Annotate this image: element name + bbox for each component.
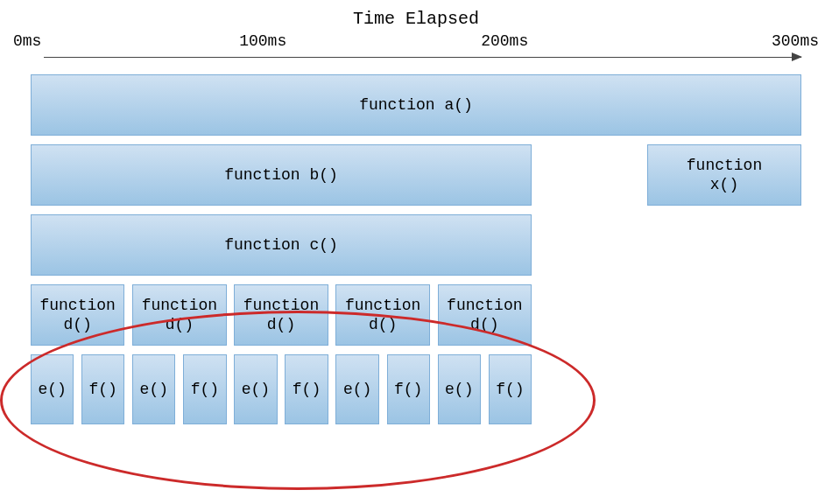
function-e-bar-3: e()	[234, 354, 277, 424]
function-b-bar: function b()	[31, 144, 532, 206]
function-d-bar-2: function d()	[132, 284, 226, 346]
flame-chart: function a()function b()function x()func…	[31, 74, 801, 424]
axis-tick: 200ms	[481, 32, 528, 50]
flame-row: function d()function d()function d()func…	[31, 284, 801, 346]
function-d-bar-4: function d()	[335, 284, 429, 346]
chart-title: Time Elapsed	[13, 9, 819, 29]
function-a-bar: function a()	[31, 74, 801, 136]
function-e-bar-4: e()	[335, 354, 378, 424]
flame-row: function c()	[31, 214, 801, 276]
function-f-bar-1: f()	[81, 354, 124, 424]
function-d-bar-1: function d()	[31, 284, 124, 346]
function-e-bar-1: e()	[31, 354, 74, 424]
function-c-bar: function c()	[31, 214, 532, 276]
function-f-bar-5: f()	[489, 354, 532, 424]
axis-tick: 100ms	[239, 32, 286, 50]
axis-tick: 300ms	[772, 32, 819, 50]
axis-arrow	[44, 57, 801, 58]
function-d-bar-5: function d()	[438, 284, 532, 346]
flame-row: function b()function x()	[31, 144, 801, 206]
function-x-bar: function x()	[647, 144, 801, 206]
flame-row: function a()	[31, 74, 801, 136]
function-f-bar-4: f()	[387, 354, 430, 424]
axis-tick: 0ms	[13, 32, 41, 50]
flame-row: e()f()e()f()e()f()e()f()e()f()	[31, 354, 801, 424]
function-e-bar-2: e()	[132, 354, 175, 424]
function-f-bar-2: f()	[183, 354, 226, 424]
function-f-bar-3: f()	[285, 354, 328, 424]
function-d-bar-3: function d()	[234, 284, 328, 346]
time-axis: 0ms100ms200ms300ms	[13, 32, 819, 67]
function-e-bar-5: e()	[438, 354, 481, 424]
